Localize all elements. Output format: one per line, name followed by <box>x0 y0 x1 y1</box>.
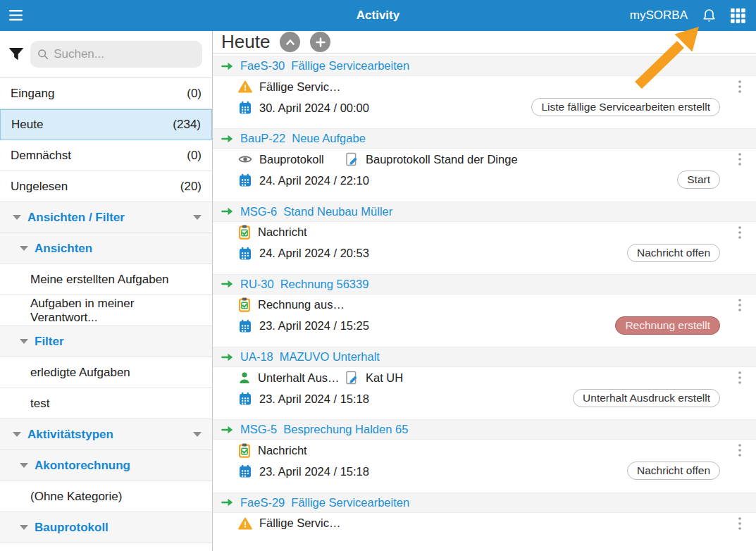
kebab-menu-icon[interactable] <box>738 516 742 531</box>
activity-link[interactable]: FaeS-29Fällige Servicearbeiten <box>240 496 409 509</box>
sidebar-item--ohne-kategorie-[interactable]: (Ohne Kategorie) <box>0 481 212 512</box>
search-box <box>30 41 202 68</box>
activity-item: FaeS-29Fällige ServicearbeitenFällige Se… <box>213 493 756 551</box>
activity-code: FaeS-29 <box>240 496 285 509</box>
sidebar-item-label: Aktivitätstypen <box>27 428 113 442</box>
activity-action-button[interactable]: Nachricht offen <box>627 462 720 480</box>
activity-action-button[interactable]: Rechnung erstellt <box>615 316 720 335</box>
activity-title: Rechnung 56339 <box>280 278 369 291</box>
activity-detail: Rechnung aus Unterhalt <box>238 297 345 312</box>
activity-action-button[interactable]: Unterhalt Ausdruck erstellt <box>573 389 720 407</box>
activity-title-band: FaeS-29Fällige Servicearbeiten <box>213 493 756 513</box>
activity-detail-row: Unterhalt Ausdrucke lan...Kat UH <box>213 367 756 388</box>
sidebar-item-count: (0) <box>187 87 202 101</box>
sidebar-section-aktivitätstypen[interactable]: Aktivitätstypen <box>0 419 212 450</box>
activity-detail-text: Fällige Servicearbeiten <box>259 516 345 530</box>
activity-title: Besprechung Halden 65 <box>283 423 408 436</box>
activity-link[interactable]: UA-18MAZUVO Unterhalt <box>240 350 380 364</box>
activity-item: FaeS-30Fällige ServicearbeitenFällige Se… <box>213 56 756 128</box>
filter-funnel-icon[interactable] <box>8 47 24 61</box>
kebab-menu-icon[interactable] <box>738 443 742 457</box>
app-grid-icon[interactable] <box>731 8 745 23</box>
green-arrow-icon <box>221 206 233 216</box>
kebab-menu-icon[interactable] <box>738 225 742 240</box>
sidebar-item-eingang[interactable]: Eingang(0) <box>0 78 212 109</box>
sidebar-item-count: (0) <box>187 149 202 163</box>
sidebar-item-label: erledigte Aufgaben <box>30 366 130 380</box>
chevron-down-icon[interactable] <box>20 463 28 468</box>
activity-code: MSG-5 <box>240 423 277 436</box>
sidebar-item-ungelesen[interactable]: Ungelesen(20) <box>0 171 212 202</box>
activity-title-band: UA-18MAZUVO Unterhalt <box>213 347 756 367</box>
green-arrow-icon <box>221 497 233 507</box>
kebab-menu-icon[interactable] <box>738 298 742 312</box>
sidebar-item-label: Ansichten / Filter <box>27 211 125 225</box>
activity-item: RU-30Rechnung 56339Rechnung aus Unterhal… <box>213 274 756 347</box>
activity-code: UA-18 <box>240 350 273 364</box>
chevron-down-icon[interactable] <box>193 215 202 220</box>
sidebar-item-aufgaben-in-meiner-verantwort-[interactable]: Aufgaben in meiner Verantwort... <box>0 295 212 326</box>
activity-action-button[interactable]: Start <box>677 171 720 189</box>
activity-detail: Nachricht <box>238 225 345 240</box>
sidebar-section-ansichten-filter[interactable]: Ansichten / Filter <box>0 202 212 233</box>
chevron-down-icon[interactable] <box>20 339 28 344</box>
activity-detail: Bauprotokoll <box>238 153 345 166</box>
sidebar-item-count: (234) <box>173 118 201 132</box>
kebab-menu-icon[interactable] <box>738 80 742 94</box>
activity-detail: Fällige Servicearbeiten <box>238 80 345 94</box>
sidebar-item-meine-erstellten-aufgaben[interactable]: Meine erstellten Aufgaben <box>0 264 212 295</box>
activity-title: Fällige Servicearbeiten <box>291 496 409 509</box>
activity-code: MSG-6 <box>240 205 277 218</box>
sidebar-list: Eingang(0)Heute(234)Demnächst(0)Ungelese… <box>0 78 212 543</box>
brand-label: mySORBA <box>630 8 688 23</box>
calendar-icon <box>238 392 252 406</box>
chevron-down-icon[interactable] <box>20 246 28 251</box>
sidebar-item-label: Demnächst <box>11 149 71 163</box>
chevron-down-icon[interactable] <box>193 432 202 437</box>
calendar-icon <box>238 319 252 333</box>
list-toolbar: Heute <box>213 31 756 54</box>
chevron-down-icon[interactable] <box>20 525 28 530</box>
green-arrow-icon <box>221 279 233 289</box>
activity-link[interactable]: FaeS-30Fällige Servicearbeiten <box>240 59 409 73</box>
bell-icon[interactable] <box>701 7 717 24</box>
kebab-menu-icon[interactable] <box>738 152 742 166</box>
activity-title: Fällige Servicearbeiten <box>291 59 409 73</box>
sidebar-item-label: Ansichten <box>35 242 92 256</box>
activity-detail-row: BauprotokollBauprotokoll Stand der Dinge <box>213 149 756 170</box>
activity-item: MSG-6Stand Neubau MüllerNachricht24. Apr… <box>213 202 756 274</box>
activity-title: MAZUVO Unterhalt <box>280 350 380 364</box>
activity-title-band: MSG-5Besprechung Halden 65 <box>213 419 756 440</box>
activity-link[interactable]: MSG-6Stand Neubau Müller <box>240 205 392 218</box>
kebab-menu-icon[interactable] <box>738 371 742 385</box>
chevron-down-icon[interactable] <box>13 432 21 437</box>
activity-item: UA-18MAZUVO UnterhaltUnterhalt Ausdrucke… <box>213 347 756 419</box>
search-input[interactable] <box>54 47 195 61</box>
activity-link[interactable]: BauP-22Neue Aufgabe <box>240 132 366 145</box>
chevron-down-icon[interactable] <box>13 215 21 220</box>
sidebar-section-bauprotokoll[interactable]: Bauprotokoll <box>0 512 212 543</box>
sidebar-section-akontorechnung[interactable]: Akontorechnung <box>0 450 212 481</box>
calendar-icon <box>238 247 252 261</box>
activity-link[interactable]: MSG-5Besprechung Halden 65 <box>240 423 408 436</box>
activity-code: BauP-22 <box>240 132 285 145</box>
hamburger-menu-icon[interactable] <box>9 10 23 21</box>
sidebar-item-heute[interactable]: Heute(234) <box>0 109 212 140</box>
activity-title-band: FaeS-30Fällige Servicearbeiten <box>213 56 756 76</box>
plus-icon[interactable] <box>310 32 330 52</box>
chevron-up-icon[interactable] <box>280 32 300 52</box>
activity-detail-row: Nachricht <box>213 222 756 243</box>
sidebar-item-erledigte-aufgaben[interactable]: erledigte Aufgaben <box>0 357 212 388</box>
sidebar-section-filter[interactable]: Filter <box>0 326 212 357</box>
activity-date: 30. April 2024 / 00:00 <box>259 101 369 115</box>
activity-detail-text: Fällige Servicearbeiten <box>259 80 345 94</box>
activity-detail-text: Bauprotokoll <box>259 153 324 166</box>
activity-action-button[interactable]: Nachricht offen <box>627 244 720 262</box>
activity-title: Stand Neubau Müller <box>283 205 392 218</box>
activity-action-button[interactable]: Liste fällige Servicearbeiten erstellt <box>531 98 720 116</box>
sidebar-item-demnächst[interactable]: Demnächst(0) <box>0 140 212 171</box>
sidebar-section-ansichten[interactable]: Ansichten <box>0 233 212 264</box>
activity-link[interactable]: RU-30Rechnung 56339 <box>240 278 368 291</box>
sidebar-item-test[interactable]: test <box>0 388 212 419</box>
sidebar-item-label: Meine erstellten Aufgaben <box>30 273 169 287</box>
